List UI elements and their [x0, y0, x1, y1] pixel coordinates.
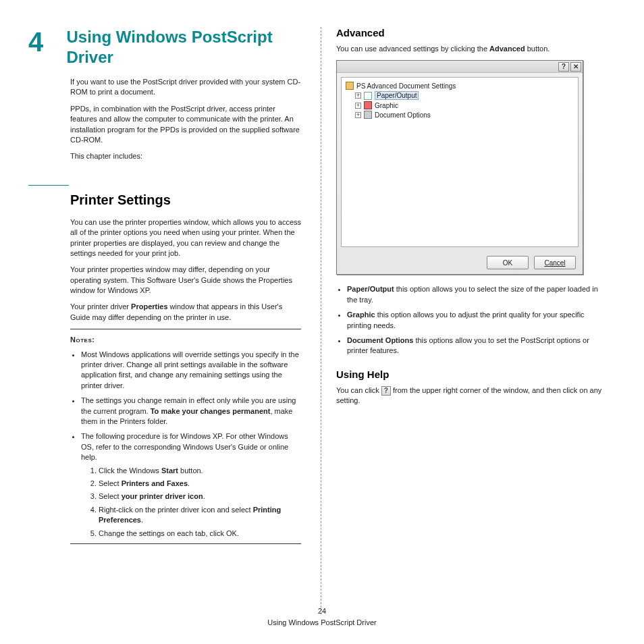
- notes-rule-bottom: [70, 543, 301, 544]
- tree-graphic[interactable]: + Graphic: [355, 101, 574, 109]
- dialog-titlebar: ? ✕: [337, 61, 583, 73]
- intro-p1: If you want to use the PostScript driver…: [70, 77, 301, 98]
- note-3: The following procedure is for Windows X…: [81, 431, 301, 539]
- chapter-header: 4 Using Windows PostScript Driver: [28, 27, 301, 68]
- tree-root-label: PS Advanced Document Settings: [356, 82, 456, 90]
- advanced-dialog: ? ✕ PS Advanced Document Settings + Pape…: [336, 60, 583, 275]
- ok-button[interactable]: OK: [487, 256, 529, 269]
- dialog-footer: OK Cancel: [337, 251, 583, 274]
- step-5: Change the settings on each tab, click O…: [99, 529, 301, 539]
- step-3: Select your printer driver icon.: [99, 491, 301, 502]
- intro-p2: PPDs, in combination with the PostScript…: [70, 104, 301, 146]
- help-icon[interactable]: ?: [558, 62, 569, 72]
- document-options-icon: [364, 111, 372, 119]
- printer-icon: [346, 82, 354, 90]
- adv-bullet-graphic: Graphic this option allows you to adjust…: [347, 310, 609, 331]
- chapter-number: 4: [28, 27, 67, 55]
- expand-icon[interactable]: +: [355, 92, 361, 99]
- advanced-heading: Advanced: [336, 27, 609, 38]
- page-footer: 24 Using Windows PostScript Driver: [0, 606, 644, 628]
- graphic-icon: [364, 101, 372, 109]
- note-2: The settings you change remain in effect…: [81, 396, 301, 427]
- cancel-button[interactable]: Cancel: [534, 256, 576, 269]
- using-help-heading: Using Help: [336, 369, 609, 380]
- printer-settings-heading: Printer Settings: [70, 192, 301, 208]
- page-number: 24: [0, 606, 644, 617]
- footer-title: Using Windows PostScript Driver: [0, 617, 644, 628]
- tree-paper-label: Paper/Output: [375, 91, 419, 100]
- expand-icon[interactable]: +: [355, 103, 361, 109]
- help-p: You can click ? from the upper right cor…: [336, 385, 609, 406]
- paper-icon: [364, 92, 372, 100]
- advanced-p1: You can use advanced settings by clickin…: [336, 44, 609, 54]
- section-rule: [28, 185, 69, 186]
- printer-p3: Your printer driver Properties window th…: [70, 302, 301, 323]
- step-4: Right-click on the printer driver icon a…: [99, 505, 301, 526]
- advanced-bullets: Paper/Output this option allows you to s…: [336, 284, 609, 356]
- step-2: Select Printers and Faxes.: [99, 479, 301, 489]
- printer-p2: Your printer properties window may diffe…: [70, 265, 301, 296]
- step-1: Click the Windows Start button.: [99, 466, 301, 476]
- notes-label: Notes:: [70, 335, 301, 345]
- note-1: Most Windows applications will override …: [81, 350, 301, 392]
- right-column: Advanced You can use advanced settings b…: [319, 27, 609, 601]
- intro-p3: This chapter includes:: [70, 151, 301, 161]
- tree-docopt-label: Document Options: [375, 111, 431, 119]
- help-icon: ?: [381, 386, 391, 396]
- column-divider: [321, 27, 321, 614]
- left-column: 4 Using Windows PostScript Driver If you…: [28, 27, 319, 601]
- adv-bullet-paper: Paper/Output this option allows you to s…: [347, 284, 609, 305]
- adv-bullet-docopt: Document Options this options allow you …: [347, 336, 609, 356]
- steps-list: Click the Windows Start button. Select P…: [81, 466, 301, 539]
- chapter-title: Using Windows PostScript Driver: [67, 27, 301, 68]
- printer-p1: You can use the printer properties windo…: [70, 217, 301, 259]
- tree-graphic-label: Graphic: [375, 102, 398, 109]
- notes-rule-top: [70, 329, 301, 329]
- tree-root[interactable]: PS Advanced Document Settings: [346, 82, 574, 90]
- expand-icon[interactable]: +: [355, 112, 361, 118]
- notes-list: Most Windows applications will override …: [70, 350, 301, 539]
- dialog-body: PS Advanced Document Settings + Paper/Ou…: [341, 77, 579, 247]
- tree-document-options[interactable]: + Document Options: [355, 111, 574, 119]
- close-icon[interactable]: ✕: [570, 62, 581, 72]
- tree-paper-output[interactable]: + Paper/Output: [355, 91, 574, 100]
